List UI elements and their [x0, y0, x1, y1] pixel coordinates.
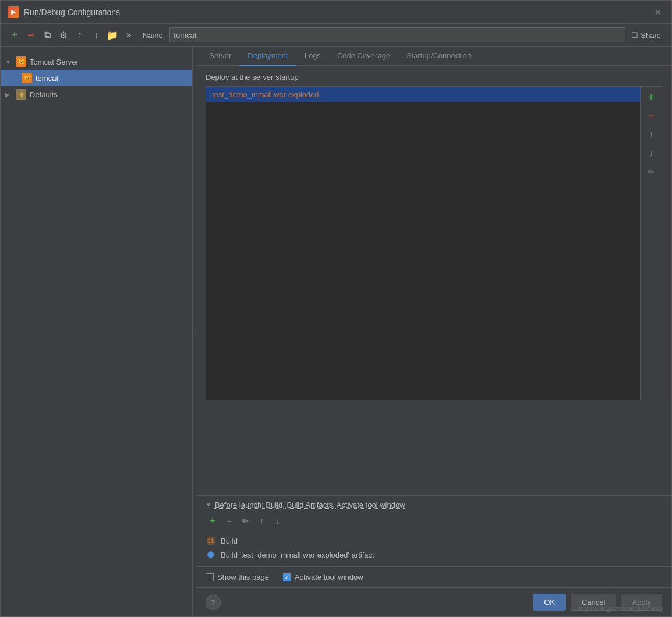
build-items: 01 Build Build 'test_demo_mmall:war expl… — [206, 531, 662, 564]
tomcat-child-icon: 🐱 — [22, 73, 32, 83]
build-label: Build — [221, 537, 238, 545]
activate-tool-checkbox[interactable] — [283, 573, 291, 581]
bl-remove-button[interactable]: − — [222, 514, 236, 528]
copy-config-button[interactable]: ⧉ — [40, 28, 54, 42]
title-bar: ▶ Run/Debug Configurations × — [1, 1, 671, 24]
name-label: Name: — [143, 31, 165, 40]
before-launch-section: ▼ Before launch: Build, Build Artifacts,… — [196, 495, 671, 566]
tab-code-coverage[interactable]: Code Coverage — [329, 47, 398, 66]
more-config-button[interactable]: » — [122, 28, 136, 42]
before-launch-toolbar: + − ✏ ↑ ↓ — [206, 514, 662, 528]
dialog-body: ▼ 🐱 Tomcat Server 🐱 tomcat ▶ ⚙ Defaults … — [1, 47, 671, 616]
deploy-add-button[interactable]: + — [643, 89, 659, 105]
defaults-arrow-icon: ▶ — [5, 91, 12, 98]
url-hint: https://blog.csdn.net/junsamq — [579, 605, 662, 612]
build-artifact-label: Build 'test_demo_mmall:war exploded' art… — [221, 551, 374, 559]
move-down-config-button[interactable]: ↓ — [89, 28, 103, 42]
defaults-icon: ⚙ — [16, 89, 26, 100]
name-row: Name: — [138, 27, 625, 42]
tab-logs[interactable]: Logs — [296, 47, 329, 66]
tree-item-defaults[interactable]: ▶ ⚙ Defaults — [1, 86, 192, 102]
tree-section: ▼ 🐱 Tomcat Server 🐱 tomcat ▶ ⚙ Defaults — [1, 51, 192, 612]
bl-edit-button[interactable]: ✏ — [238, 514, 252, 528]
add-config-button[interactable]: + — [8, 28, 22, 42]
deploy-area: test_demo_mmall:war exploded + − ↑ ↓ ✏ — [206, 86, 662, 400]
move-up-config-button[interactable]: ↑ — [73, 28, 87, 42]
share-button[interactable]: ☐ Share — [628, 29, 664, 41]
share-label: Share — [641, 31, 661, 40]
defaults-label: Defaults — [30, 90, 58, 99]
help-button[interactable]: ? — [206, 595, 221, 610]
bottom-bar: ? OK Cancel Apply — [196, 587, 671, 616]
bl-up-button[interactable]: ↑ — [254, 514, 268, 528]
tomcat-server-icon: 🐱 — [16, 56, 26, 67]
before-launch-arrow-icon: ▼ — [206, 502, 211, 508]
share-checkbox-icon: ☐ — [631, 31, 638, 40]
bottom-left: ? — [206, 595, 221, 610]
activate-tool-check[interactable]: Activate tool window — [283, 573, 363, 581]
bl-add-button[interactable]: + — [206, 514, 220, 528]
deploy-label: Deploy at the server startup — [206, 73, 662, 81]
deploy-up-button[interactable]: ↑ — [643, 126, 659, 143]
artifact-icon — [206, 549, 216, 560]
build-icon: 01 — [206, 536, 216, 546]
deploy-down-button[interactable]: ↓ — [643, 145, 659, 161]
close-button[interactable]: × — [651, 6, 664, 19]
remove-config-button[interactable]: − — [24, 28, 38, 42]
bl-down-button[interactable]: ↓ — [271, 514, 285, 528]
deploy-remove-button[interactable]: − — [643, 108, 659, 124]
settings-config-button[interactable]: ⚙ — [56, 28, 70, 42]
title-bar-left: ▶ Run/Debug Configurations — [8, 6, 120, 18]
name-input[interactable] — [169, 27, 625, 42]
deploy-action-buttons: + − ↑ ↓ ✏ — [641, 86, 662, 400]
run-debug-dialog: ▶ Run/Debug Configurations × + − ⧉ ⚙ ↑ ↓… — [0, 0, 672, 617]
tree-item-tomcat-server[interactable]: ▼ 🐱 Tomcat Server — [1, 54, 192, 70]
tree-server-label: Tomcat Server — [30, 58, 79, 66]
show-page-checkbox[interactable] — [206, 573, 214, 581]
tab-startup-connection[interactable]: Startup/Connection — [398, 47, 479, 66]
before-launch-title: Before launch: Build, Build Artifacts, A… — [215, 501, 405, 509]
right-panel: Server Deployment Logs Code Coverage Sta… — [196, 47, 671, 616]
dialog-title: Run/Debug Configurations — [24, 8, 120, 17]
build-item-artifact: Build 'test_demo_mmall:war exploded' art… — [206, 548, 662, 562]
footer-checks: Show this page Activate tool window — [196, 566, 671, 587]
ok-button[interactable]: OK — [533, 594, 566, 611]
top-toolbar: + − ⧉ ⚙ ↑ ↓ 📁 » Name: ☐ Share — [1, 24, 671, 47]
show-page-label: Show this page — [217, 573, 269, 581]
build-item-build: 01 Build — [206, 534, 662, 548]
tabs-bar: Server Deployment Logs Code Coverage Sta… — [196, 47, 671, 66]
activate-tool-label: Activate tool window — [295, 573, 363, 581]
deploy-edit-button[interactable]: ✏ — [643, 164, 659, 180]
deploy-section: Deploy at the server startup test_demo_m… — [196, 66, 671, 495]
show-page-check[interactable]: Show this page — [206, 573, 269, 581]
tree-item-tomcat[interactable]: 🐱 tomcat — [1, 70, 192, 86]
artifact-item[interactable]: test_demo_mmall:war exploded — [206, 87, 640, 102]
left-panel: ▼ 🐱 Tomcat Server 🐱 tomcat ▶ ⚙ Defaults — [1, 47, 193, 616]
svg-text:01: 01 — [207, 538, 214, 544]
tree-arrow-icon: ▼ — [5, 59, 12, 65]
tab-deployment[interactable]: Deployment — [239, 47, 296, 66]
tree-child-label: tomcat — [36, 74, 58, 83]
folder-config-button[interactable]: 📁 — [105, 28, 119, 42]
artifact-list: test_demo_mmall:war exploded — [206, 86, 641, 400]
app-icon: ▶ — [8, 6, 19, 18]
tab-server[interactable]: Server — [201, 47, 239, 66]
before-launch-header[interactable]: ▼ Before launch: Build, Build Artifacts,… — [206, 501, 662, 509]
